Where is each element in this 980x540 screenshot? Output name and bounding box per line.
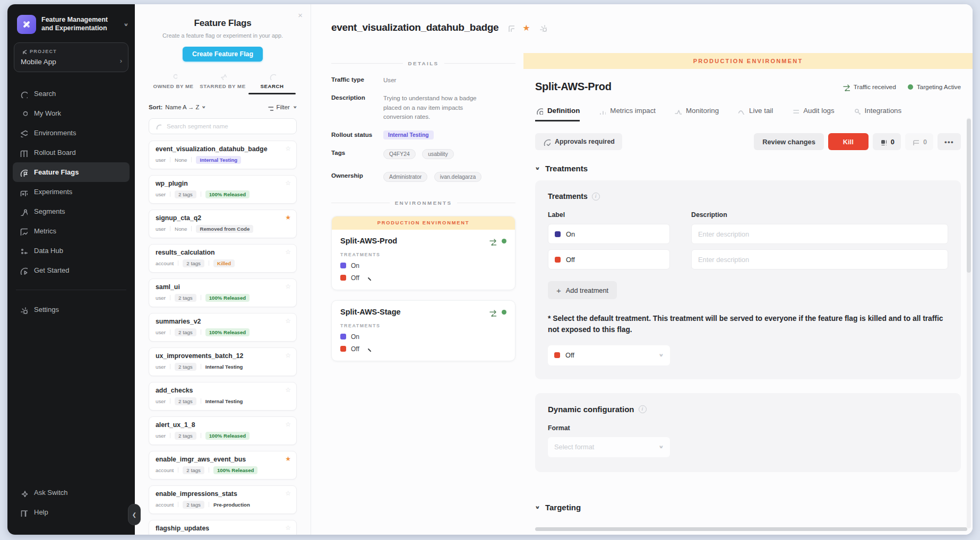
- sidebar-item-label: Ask Switch: [34, 489, 68, 497]
- sidebar-item-rollout-board[interactable]: Rollout Board: [13, 143, 130, 162]
- traffic-type: account: [156, 260, 174, 266]
- sidebar-item-environments[interactable]: Environments: [13, 123, 130, 143]
- tab-monitoring[interactable]: Monitoring: [674, 107, 719, 121]
- status-badge: Pre-production: [213, 502, 250, 508]
- sidebar-item-metrics[interactable]: Metrics: [13, 221, 130, 241]
- star-icon[interactable]: ★: [285, 214, 291, 221]
- sidebar-footer: Ask Switch Help: [7, 483, 135, 535]
- field-label: Tags: [331, 149, 383, 156]
- star-icon[interactable]: ☆: [285, 248, 291, 256]
- sidebar-item-my-work[interactable]: My Work: [13, 103, 130, 123]
- treatment-description-input[interactable]: [691, 224, 948, 244]
- add-treatment-button[interactable]: + Add treatment: [548, 281, 617, 299]
- gear-icon[interactable]: [538, 23, 547, 32]
- vertical-scrollbar-track[interactable]: [967, 118, 971, 528]
- star-icon[interactable]: ★: [522, 23, 530, 33]
- flag-card-enable-imgr[interactable]: enable_imgr_aws_event_bus ★ account2 tag…: [149, 451, 297, 480]
- flag-card-add-checks[interactable]: add_checks ☆ user2 tagsInternal Testing: [149, 382, 297, 411]
- sidebar-item-ask-switch[interactable]: Ask Switch: [13, 483, 130, 502]
- secondary-count-button[interactable]: 0: [905, 133, 933, 150]
- sidebar-item-experiments[interactable]: Experiments: [13, 182, 130, 202]
- sort-dropdown[interactable]: Sort: Name A → Z ∨: [149, 104, 206, 110]
- treatment-description-input[interactable]: [691, 249, 948, 269]
- flag-card-signup-cta[interactable]: signup_cta_q2 ★ userNoneRemoved from Cod…: [149, 210, 297, 238]
- sidebar-item-label: Search: [34, 90, 56, 98]
- environment-card-prod[interactable]: PRODUCTION ENVIRONMENT Split-AWS-Prod TR…: [331, 216, 515, 290]
- star-icon[interactable]: ☆: [285, 283, 291, 290]
- tab-owned-by-me[interactable]: OWNED BY ME: [149, 70, 198, 94]
- owner-pill[interactable]: ivan.delagarza: [434, 172, 482, 182]
- default-treatment-select[interactable]: Off ∨: [548, 345, 670, 365]
- flag-card-summaries-v2[interactable]: summaries_v2 ☆ user2 tags100% Released: [149, 313, 297, 342]
- environment-card-stage[interactable]: Split-AWS-Stage TREATMENTS On: [331, 300, 515, 361]
- tag-count: 2 tags: [175, 363, 196, 371]
- treatments-section-header[interactable]: ∨ Treatments: [535, 164, 961, 173]
- rollout-count-button[interactable]: 0: [873, 133, 901, 150]
- flag-card-ux-improvements[interactable]: ux_improvements_batch_12 ☆ user2 tagsInt…: [149, 347, 297, 376]
- sidebar-item-search[interactable]: Search: [13, 84, 130, 103]
- status-badge: 100% Released: [205, 432, 250, 440]
- treatment-color-swatch: [340, 334, 346, 339]
- filter-dropdown[interactable]: Filter ∨: [267, 104, 297, 111]
- tab-integrations[interactable]: Integrations: [853, 107, 901, 121]
- info-icon[interactable]: [592, 193, 600, 201]
- flag-card-enable-impressions[interactable]: enable_impressions_stats ☆ account2 tags…: [149, 485, 297, 514]
- tag-pill[interactable]: Q4FY24: [383, 149, 416, 159]
- sidebar-item-settings[interactable]: Settings: [13, 300, 130, 319]
- tab-metrics-impact[interactable]: Metrics impact: [598, 107, 656, 121]
- sidebar-item-segments[interactable]: Segments: [13, 202, 130, 221]
- horizontal-scrollbar[interactable]: [535, 527, 967, 531]
- kill-button[interactable]: Kill: [828, 133, 869, 150]
- vertical-scrollbar-thumb[interactable]: [967, 119, 971, 273]
- flag-card-results-calculation[interactable]: results_calculation ☆ account2 tagsKille…: [149, 244, 297, 273]
- format-select[interactable]: Select format ∨: [548, 437, 670, 457]
- grid-icon: [879, 138, 887, 145]
- flag-card-event-visualization[interactable]: event_visualization_datahub_badge ☆ user…: [149, 141, 297, 169]
- star-icon[interactable]: ☆: [285, 490, 291, 497]
- star-icon[interactable]: ☆: [285, 386, 291, 394]
- copy-icon[interactable]: [506, 24, 514, 32]
- flag-card-wp-plugin[interactable]: wp_plugin ☆ user2 tags100% Released: [149, 175, 297, 204]
- flags-search-input[interactable]: [166, 123, 291, 130]
- status-badge: Internal Testing: [205, 398, 243, 404]
- flag-card-alert-ux[interactable]: alert_ux_1_8 ☆ user2 tags100% Released: [149, 416, 297, 445]
- flag-card-flagship-updates[interactable]: flagship_updates ☆ account2 tagsKilled: [149, 520, 297, 535]
- tab-definition[interactable]: Definition: [535, 107, 580, 121]
- tab-search[interactable]: SEARCH: [247, 70, 297, 94]
- owner-pill[interactable]: Administrator: [383, 172, 427, 182]
- approvals-required-badge[interactable]: Approvals required: [535, 133, 622, 150]
- review-changes-button[interactable]: Review changes: [754, 133, 824, 150]
- star-icon[interactable]: ☆: [285, 524, 291, 532]
- star-icon[interactable]: ★: [285, 455, 291, 463]
- star-icon[interactable]: ☆: [285, 421, 291, 428]
- card-icon: [912, 138, 919, 145]
- chevron-down-icon: ∨: [658, 353, 664, 358]
- tab-label: Live tail: [749, 107, 773, 115]
- treatment-label-input[interactable]: Off: [548, 249, 670, 269]
- info-icon[interactable]: [639, 405, 647, 413]
- more-actions-button[interactable]: •••: [938, 133, 961, 150]
- tag-pill[interactable]: usability: [422, 149, 454, 159]
- tab-live-tail[interactable]: Live tail: [737, 107, 773, 121]
- treatment-label-input[interactable]: On: [548, 224, 670, 244]
- workspace-switcher[interactable]: Feature Management and Experimentation ∨: [7, 4, 135, 34]
- tab-audit-logs[interactable]: Audit logs: [791, 107, 834, 121]
- sidebar-collapse-handle[interactable]: ❮: [128, 504, 141, 525]
- feature-flags-panel: × Feature Flags Create a feature flag or…: [135, 4, 311, 535]
- targeting-section-header[interactable]: ∨ Targeting: [535, 503, 961, 512]
- sidebar-item-data-hub[interactable]: Data Hub: [13, 241, 130, 260]
- tab-starred-by-me[interactable]: STARRED BY ME: [198, 70, 247, 94]
- star-icon[interactable]: ☆: [285, 145, 291, 152]
- star-icon[interactable]: ☆: [285, 317, 291, 325]
- nodes-icon: [19, 207, 28, 216]
- sidebar-item-get-started[interactable]: Get Started: [13, 260, 130, 280]
- create-feature-flag-button[interactable]: Create Feature Flag: [183, 47, 263, 62]
- flag-card-saml-ui[interactable]: saml_ui ☆ user2 tags100% Released: [149, 278, 297, 307]
- sidebar-item-feature-flags[interactable]: Feature Flags: [13, 162, 130, 182]
- star-icon[interactable]: ☆: [285, 352, 291, 359]
- sidebar-item-help[interactable]: Help: [13, 502, 130, 522]
- close-icon[interactable]: ×: [298, 11, 303, 20]
- workspace-title: Feature Management and Experimentation: [41, 16, 108, 32]
- star-icon[interactable]: ☆: [285, 179, 291, 187]
- project-selector[interactable]: PROJECT Mobile App ›: [14, 42, 128, 72]
